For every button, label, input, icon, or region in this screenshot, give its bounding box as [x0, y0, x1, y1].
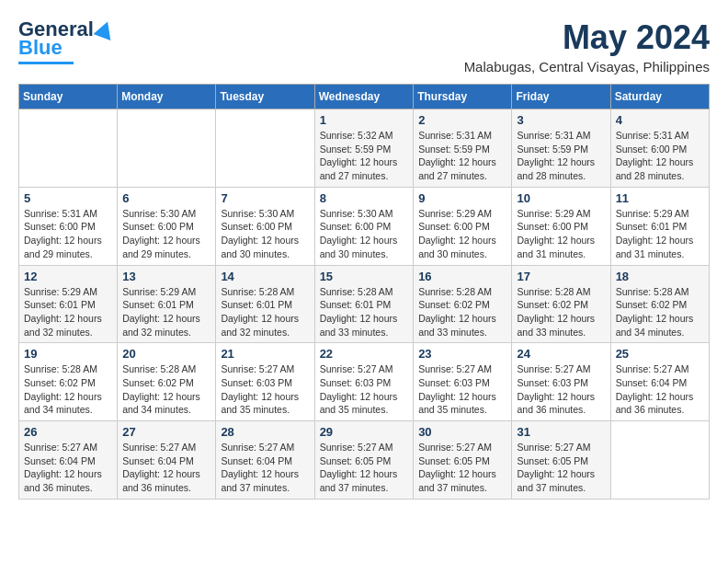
day-info: Sunrise: 5:27 AM Sunset: 6:05 PM Dayligh…	[517, 441, 605, 495]
day-number: 21	[221, 347, 309, 361]
calendar-cell: 3Sunrise: 5:31 AM Sunset: 5:59 PM Daylig…	[512, 109, 610, 188]
day-number: 9	[418, 191, 506, 205]
calendar-cell: 29Sunrise: 5:27 AM Sunset: 6:05 PM Dayli…	[314, 421, 414, 500]
day-info: Sunrise: 5:31 AM Sunset: 5:59 PM Dayligh…	[418, 129, 506, 183]
day-info: Sunrise: 5:27 AM Sunset: 6:03 PM Dayligh…	[221, 362, 309, 417]
day-info: Sunrise: 5:27 AM Sunset: 6:04 PM Dayligh…	[122, 441, 210, 495]
calendar-cell: 26Sunrise: 5:27 AM Sunset: 6:04 PM Dayli…	[19, 421, 118, 500]
calendar-week-row: 12Sunrise: 5:29 AM Sunset: 6:01 PM Dayli…	[19, 265, 710, 343]
calendar-cell: 23Sunrise: 5:27 AM Sunset: 6:03 PM Dayli…	[414, 343, 512, 421]
day-info: Sunrise: 5:29 AM Sunset: 6:01 PM Dayligh…	[24, 285, 112, 339]
calendar-cell: 19Sunrise: 5:28 AM Sunset: 6:02 PM Dayli…	[19, 343, 118, 421]
calendar-table: SundayMondayTuesdayWednesdayThursdayFrid…	[18, 84, 710, 500]
day-number: 18	[616, 270, 704, 283]
day-info: Sunrise: 5:27 AM Sunset: 6:05 PM Dayligh…	[320, 441, 409, 495]
day-number: 23	[418, 347, 506, 361]
logo-triangle-icon	[93, 18, 116, 40]
day-number: 10	[517, 191, 605, 205]
page-header: General Blue May 2024 Malabugas, Central…	[18, 18, 710, 75]
day-number: 16	[418, 270, 506, 283]
location-subtitle: Malabugas, Central Visayas, Philippines	[464, 59, 710, 75]
calendar-cell: 16Sunrise: 5:28 AM Sunset: 6:02 PM Dayli…	[414, 265, 512, 343]
day-number: 25	[616, 347, 704, 361]
col-header-sunday: Sunday	[19, 85, 118, 109]
calendar-cell: 13Sunrise: 5:29 AM Sunset: 6:01 PM Dayli…	[118, 265, 216, 343]
day-number: 14	[221, 270, 309, 283]
calendar-week-row: 26Sunrise: 5:27 AM Sunset: 6:04 PM Dayli…	[19, 421, 710, 500]
day-info: Sunrise: 5:27 AM Sunset: 6:04 PM Dayligh…	[221, 441, 309, 495]
calendar-cell	[216, 109, 314, 188]
day-number: 27	[122, 425, 210, 439]
col-header-monday: Monday	[118, 85, 216, 109]
logo-text-blue: Blue	[18, 37, 63, 59]
day-number: 17	[517, 270, 605, 283]
day-info: Sunrise: 5:29 AM Sunset: 6:00 PM Dayligh…	[418, 207, 506, 261]
col-header-wednesday: Wednesday	[314, 85, 414, 109]
calendar-cell: 5Sunrise: 5:31 AM Sunset: 6:00 PM Daylig…	[19, 187, 118, 265]
logo: General Blue	[18, 18, 114, 64]
calendar-cell: 28Sunrise: 5:27 AM Sunset: 6:04 PM Dayli…	[216, 421, 314, 500]
day-number: 5	[24, 191, 112, 205]
calendar-cell: 4Sunrise: 5:31 AM Sunset: 6:00 PM Daylig…	[610, 109, 709, 188]
calendar-cell	[610, 421, 709, 500]
day-info: Sunrise: 5:30 AM Sunset: 6:00 PM Dayligh…	[320, 207, 409, 261]
day-info: Sunrise: 5:28 AM Sunset: 6:02 PM Dayligh…	[24, 362, 112, 417]
day-info: Sunrise: 5:31 AM Sunset: 5:59 PM Dayligh…	[517, 129, 605, 183]
day-info: Sunrise: 5:29 AM Sunset: 6:00 PM Dayligh…	[517, 207, 605, 261]
day-number: 15	[320, 270, 409, 283]
col-header-tuesday: Tuesday	[216, 85, 314, 109]
day-info: Sunrise: 5:27 AM Sunset: 6:05 PM Dayligh…	[418, 441, 506, 495]
calendar-cell: 8Sunrise: 5:30 AM Sunset: 6:00 PM Daylig…	[314, 187, 414, 265]
calendar-cell: 27Sunrise: 5:27 AM Sunset: 6:04 PM Dayli…	[118, 421, 216, 500]
day-number: 12	[24, 270, 112, 283]
day-number: 29	[320, 425, 409, 439]
day-info: Sunrise: 5:30 AM Sunset: 6:00 PM Dayligh…	[221, 207, 309, 261]
calendar-cell: 22Sunrise: 5:27 AM Sunset: 6:03 PM Dayli…	[314, 343, 414, 421]
title-block: May 2024 Malabugas, Central Visayas, Phi…	[464, 18, 710, 75]
day-number: 4	[616, 113, 704, 127]
day-info: Sunrise: 5:29 AM Sunset: 6:01 PM Dayligh…	[122, 285, 210, 339]
day-number: 3	[517, 113, 605, 127]
day-info: Sunrise: 5:28 AM Sunset: 6:02 PM Dayligh…	[418, 285, 506, 339]
day-info: Sunrise: 5:27 AM Sunset: 6:04 PM Dayligh…	[616, 362, 704, 417]
calendar-cell: 31Sunrise: 5:27 AM Sunset: 6:05 PM Dayli…	[512, 421, 610, 500]
day-info: Sunrise: 5:27 AM Sunset: 6:04 PM Dayligh…	[24, 441, 112, 495]
col-header-thursday: Thursday	[414, 85, 512, 109]
day-info: Sunrise: 5:32 AM Sunset: 5:59 PM Dayligh…	[320, 129, 409, 183]
calendar-cell: 11Sunrise: 5:29 AM Sunset: 6:01 PM Dayli…	[610, 187, 709, 265]
day-info: Sunrise: 5:28 AM Sunset: 6:02 PM Dayligh…	[517, 285, 605, 339]
day-info: Sunrise: 5:28 AM Sunset: 6:02 PM Dayligh…	[122, 362, 210, 417]
day-number: 11	[616, 191, 704, 205]
calendar-week-row: 19Sunrise: 5:28 AM Sunset: 6:02 PM Dayli…	[19, 343, 710, 421]
calendar-cell: 21Sunrise: 5:27 AM Sunset: 6:03 PM Dayli…	[216, 343, 314, 421]
day-info: Sunrise: 5:27 AM Sunset: 6:03 PM Dayligh…	[517, 362, 605, 417]
day-info: Sunrise: 5:28 AM Sunset: 6:01 PM Dayligh…	[221, 285, 309, 339]
day-info: Sunrise: 5:30 AM Sunset: 6:00 PM Dayligh…	[122, 207, 210, 261]
day-number: 20	[122, 347, 210, 361]
month-year-title: May 2024	[464, 18, 710, 57]
day-number: 19	[24, 347, 112, 361]
logo-underline	[18, 62, 74, 64]
day-number: 31	[517, 425, 605, 439]
calendar-cell: 2Sunrise: 5:31 AM Sunset: 5:59 PM Daylig…	[414, 109, 512, 188]
col-header-saturday: Saturday	[610, 85, 709, 109]
day-info: Sunrise: 5:31 AM Sunset: 6:00 PM Dayligh…	[24, 207, 112, 261]
calendar-cell: 15Sunrise: 5:28 AM Sunset: 6:01 PM Dayli…	[314, 265, 414, 343]
calendar-cell	[19, 109, 118, 188]
day-number: 2	[418, 113, 506, 127]
day-number: 13	[122, 270, 210, 283]
day-number: 30	[418, 425, 506, 439]
calendar-header-row: SundayMondayTuesdayWednesdayThursdayFrid…	[19, 85, 710, 109]
calendar-cell: 17Sunrise: 5:28 AM Sunset: 6:02 PM Dayli…	[512, 265, 610, 343]
day-number: 8	[320, 191, 409, 205]
day-info: Sunrise: 5:28 AM Sunset: 6:01 PM Dayligh…	[320, 285, 409, 339]
day-number: 24	[517, 347, 605, 361]
calendar-cell: 18Sunrise: 5:28 AM Sunset: 6:02 PM Dayli…	[610, 265, 709, 343]
day-number: 1	[320, 113, 409, 127]
day-info: Sunrise: 5:28 AM Sunset: 6:02 PM Dayligh…	[616, 285, 704, 339]
calendar-cell: 1Sunrise: 5:32 AM Sunset: 5:59 PM Daylig…	[314, 109, 414, 188]
col-header-friday: Friday	[512, 85, 610, 109]
calendar-week-row: 5Sunrise: 5:31 AM Sunset: 6:00 PM Daylig…	[19, 187, 710, 265]
calendar-cell: 7Sunrise: 5:30 AM Sunset: 6:00 PM Daylig…	[216, 187, 314, 265]
calendar-cell: 6Sunrise: 5:30 AM Sunset: 6:00 PM Daylig…	[118, 187, 216, 265]
